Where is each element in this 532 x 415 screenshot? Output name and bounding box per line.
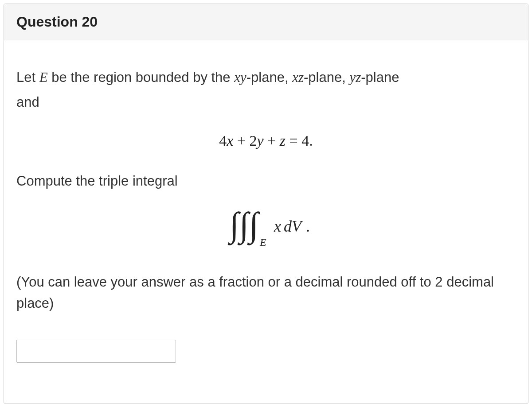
- plane3-suffix: -plane: [361, 70, 399, 85]
- triple-integral: ∫ ∫ ∫ E x dV .: [16, 205, 516, 249]
- region-E: E: [39, 70, 48, 85]
- question-body: Let E be the region bounded by the xy-pl…: [4, 40, 528, 403]
- plane1-suffix: -plane,: [246, 70, 292, 85]
- plane-yz: yz: [349, 70, 361, 85]
- plane-xz: xz: [292, 70, 304, 85]
- integral-icon: ∫ ∫ ∫ E x dV .: [217, 205, 315, 249]
- svg-text:.: .: [306, 217, 310, 235]
- answer-input[interactable]: [16, 340, 176, 363]
- question-intro-line1: Let E be the region bounded by the xy-pl…: [16, 67, 516, 88]
- svg-text:E: E: [259, 237, 266, 248]
- intro-prefix: Let: [16, 70, 39, 85]
- svg-text:x: x: [274, 217, 281, 235]
- svg-text:dV: dV: [284, 217, 303, 235]
- svg-text:∫: ∫: [247, 205, 261, 245]
- plane2-suffix: -plane,: [304, 70, 349, 85]
- question-container: Question 20 Let E be the region bounded …: [4, 4, 528, 404]
- question-title: Question 20: [16, 14, 516, 30]
- intro-mid1: be the region bounded by the: [48, 70, 235, 85]
- question-header: Question 20: [4, 4, 528, 40]
- answer-note: (You can leave your answer as a fraction…: [16, 271, 516, 314]
- compute-text: Compute the triple integral: [16, 171, 516, 192]
- plane-xy: xy: [234, 70, 246, 85]
- plane-equation: 4x + 2y + z = 4.: [16, 132, 516, 149]
- question-intro-line2: and: [16, 92, 516, 113]
